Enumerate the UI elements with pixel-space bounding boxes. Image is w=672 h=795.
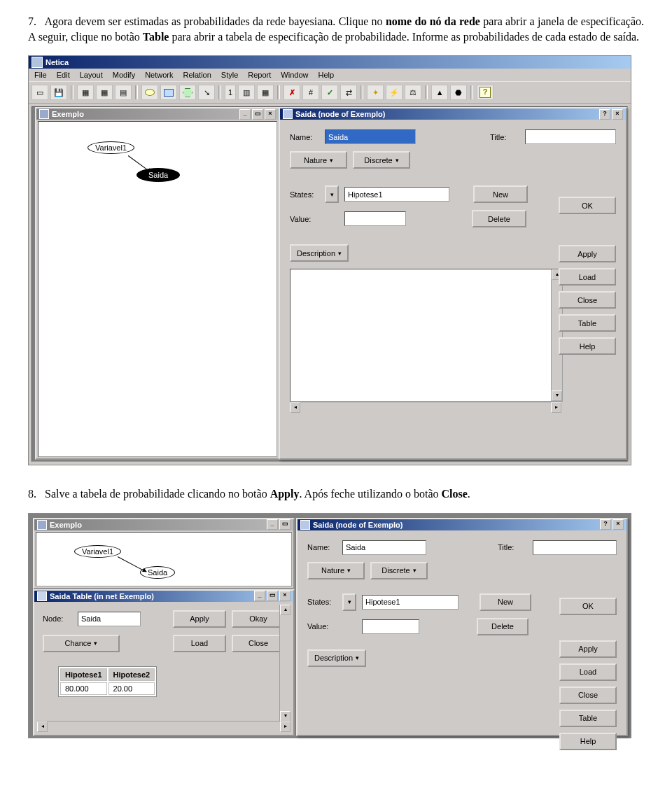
menu-file[interactable]: File	[34, 71, 47, 79]
menu-edit[interactable]: Edit	[57, 71, 70, 79]
menu-layout[interactable]: Layout	[80, 71, 103, 79]
tool-ellipse-node-icon[interactable]	[141, 85, 158, 100]
value-input[interactable]	[362, 619, 419, 634]
okay-button[interactable]: Okay	[232, 610, 285, 628]
new-button[interactable]: New	[473, 185, 528, 203]
close-dialog-button[interactable]: Close	[559, 687, 617, 704]
menu-style[interactable]: Style	[221, 71, 238, 79]
load-button[interactable]: Load	[559, 268, 616, 286]
tool-bolt-icon[interactable]	[386, 85, 402, 100]
close-button[interactable]: ×	[279, 591, 290, 601]
tool-table-icon[interactable]: ▦	[257, 85, 274, 100]
scrollbar-horizontal[interactable]: ◂ ▸	[290, 402, 561, 413]
tool-link-icon[interactable]	[198, 85, 215, 100]
tool-barchart-icon[interactable]: ▥	[238, 85, 255, 100]
scrollbar-vertical[interactable]: ▴ ▾	[279, 605, 290, 722]
scroll-right-icon[interactable]: ▸	[280, 722, 290, 732]
menu-modify[interactable]: Modify	[113, 71, 135, 79]
nature-dropdown[interactable]: Nature	[290, 151, 347, 169]
discrete-dropdown[interactable]: Discrete	[353, 151, 410, 169]
tool-rect-node-icon[interactable]	[160, 85, 177, 100]
description-dropdown[interactable]: Description	[307, 649, 366, 667]
tool-star-icon[interactable]	[367, 85, 384, 100]
menu-network[interactable]: Network	[145, 71, 173, 79]
value-input[interactable]	[344, 211, 406, 226]
tool-award-icon[interactable]: ⬣	[450, 85, 467, 100]
cell-h1-value[interactable]: 80.000	[60, 682, 107, 695]
probability-table[interactable]: Hipotese1 Hipotese2 80.000 20.00	[58, 666, 157, 697]
load-button[interactable]: Load	[559, 663, 617, 681]
delete-button[interactable]: Delete	[472, 210, 526, 227]
maximize-button[interactable]: ▭	[279, 519, 290, 530]
help-button[interactable]: Help	[559, 337, 616, 355]
name-input[interactable]	[342, 540, 426, 555]
scrollbar-horizontal[interactable]: ◂ ▸	[37, 721, 290, 732]
scroll-left-icon[interactable]: ◂	[37, 722, 48, 732]
minimize-button[interactable]: _	[267, 519, 278, 530]
close-button[interactable]: ×	[612, 109, 623, 120]
scroll-down-icon[interactable]: ▾	[280, 711, 290, 722]
close-button[interactable]: Close	[232, 635, 285, 652]
ok-button[interactable]: OK	[559, 197, 616, 214]
states-input[interactable]	[344, 187, 449, 202]
scroll-left-icon[interactable]: ◂	[290, 402, 300, 413]
tool-grid2-icon[interactable]: ▦	[96, 85, 113, 100]
ok-button[interactable]: OK	[559, 598, 617, 615]
help-button[interactable]: Help	[559, 733, 617, 750]
tool-grid1-icon[interactable]: ▦	[77, 85, 94, 100]
apply-button[interactable]: Apply	[173, 610, 226, 628]
discrete-dropdown[interactable]: Discrete	[370, 562, 428, 579]
apply-button[interactable]: Apply	[559, 245, 616, 262]
tool-scale-icon[interactable]	[405, 85, 421, 100]
tool-doc-icon[interactable]: ▤	[115, 85, 132, 100]
tool-save-icon[interactable]: 💾	[50, 85, 67, 100]
name-input[interactable]	[325, 129, 416, 144]
table-button[interactable]: Table	[559, 710, 617, 727]
apply-button[interactable]: Apply	[559, 640, 617, 658]
menu-relation[interactable]: Relation	[183, 71, 211, 79]
menu-report[interactable]: Report	[248, 71, 271, 79]
network-canvas[interactable]: Variavel1 Saida	[36, 532, 292, 586]
states-stepper[interactable]	[342, 593, 356, 611]
tool-swap-icon[interactable]: ⇄	[340, 85, 357, 100]
maximize-button[interactable]: ▭	[267, 591, 278, 601]
tool-hex-node-icon[interactable]	[179, 85, 196, 100]
scroll-up-icon[interactable]: ▴	[280, 605, 290, 615]
close-dialog-button[interactable]: Close	[559, 291, 616, 309]
tool-number[interactable]: 1	[225, 85, 236, 100]
minimize-button[interactable]: _	[254, 591, 265, 601]
scroll-down-icon[interactable]: ▾	[552, 391, 562, 401]
description-textarea[interactable]: ▴ ▾	[290, 269, 563, 402]
minimize-button[interactable]: _	[239, 109, 251, 120]
node-variavel1[interactable]: Variavel1	[74, 545, 121, 558]
tool-new-icon[interactable]: ▭	[31, 85, 48, 100]
new-button[interactable]: New	[479, 593, 531, 611]
load-button[interactable]: Load	[173, 635, 226, 652]
node-saida[interactable]: Saida	[136, 168, 180, 182]
title-input[interactable]	[525, 129, 616, 144]
contexthelp-button[interactable]: ?	[600, 519, 611, 530]
node-variavel1[interactable]: Variavel1	[88, 141, 134, 154]
nature-dropdown[interactable]: Nature	[307, 562, 365, 579]
close-button[interactable]: ×	[265, 109, 276, 120]
tool-help-icon[interactable]: ?	[477, 85, 493, 100]
maximize-button[interactable]: ▭	[252, 109, 263, 120]
close-button[interactable]: ×	[612, 519, 624, 530]
table-button[interactable]: Table	[559, 314, 616, 332]
title-input[interactable]	[533, 540, 617, 555]
chance-dropdown[interactable]: Chance	[43, 635, 120, 652]
delete-button[interactable]: Delete	[477, 618, 528, 635]
node-input[interactable]	[78, 612, 141, 626]
description-dropdown[interactable]: Description	[290, 244, 349, 262]
states-stepper[interactable]	[325, 185, 339, 203]
tool-check-icon[interactable]	[321, 85, 338, 100]
tool-pyramid-icon[interactable]: ▲	[431, 85, 448, 100]
tool-hash-icon[interactable]: #	[302, 85, 319, 100]
tool-x-icon[interactable]	[284, 85, 300, 100]
contexthelp-button[interactable]: ?	[599, 109, 610, 120]
cell-h2-value[interactable]: 20.00	[108, 682, 155, 695]
scroll-right-icon[interactable]: ▸	[551, 402, 561, 413]
states-input[interactable]	[362, 595, 458, 610]
network-canvas[interactable]: Variavel1 Saida	[38, 121, 277, 457]
menu-window[interactable]: Window	[281, 71, 308, 79]
